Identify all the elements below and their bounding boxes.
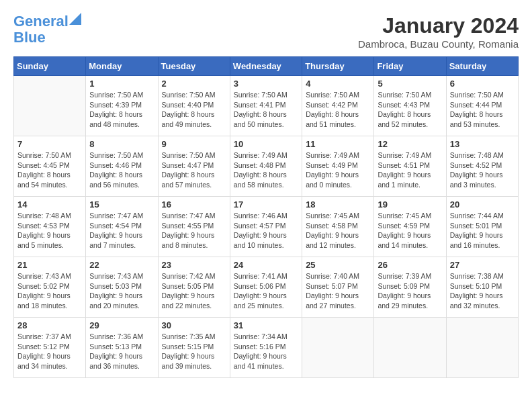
calendar-cell: 12Sunrise: 7:49 AMSunset: 4:51 PMDayligh… <box>374 136 446 197</box>
day-info: Sunrise: 7:49 AMSunset: 4:48 PMDaylight:… <box>234 150 298 190</box>
day-info: Sunrise: 7:41 AMSunset: 5:06 PMDaylight:… <box>234 271 298 311</box>
week-row-1: 1Sunrise: 7:50 AMSunset: 4:39 PMDaylight… <box>14 76 519 136</box>
day-info: Sunrise: 7:50 AMSunset: 4:42 PMDaylight:… <box>306 90 370 130</box>
day-info: Sunrise: 7:49 AMSunset: 4:49 PMDaylight:… <box>306 150 370 190</box>
calendar-header-thursday: Thursday <box>302 57 374 76</box>
day-number: 5 <box>378 79 442 89</box>
week-row-3: 14Sunrise: 7:48 AMSunset: 4:53 PMDayligh… <box>14 197 519 257</box>
day-info: Sunrise: 7:49 AMSunset: 4:51 PMDaylight:… <box>378 150 442 190</box>
logo-text-blue: Blue <box>13 30 46 46</box>
calendar-cell: 13Sunrise: 7:48 AMSunset: 4:52 PMDayligh… <box>446 136 518 197</box>
svg-marker-0 <box>69 13 81 25</box>
calendar-cell <box>302 318 374 378</box>
calendar-cell: 2Sunrise: 7:50 AMSunset: 4:40 PMDaylight… <box>158 76 230 136</box>
day-number: 12 <box>378 139 442 149</box>
logo-text: General <box>13 13 69 30</box>
logo-icon <box>69 13 81 25</box>
day-number: 26 <box>378 260 442 270</box>
day-info: Sunrise: 7:43 AMSunset: 5:02 PMDaylight:… <box>17 271 82 311</box>
calendar-header-monday: Monday <box>86 57 158 76</box>
day-info: Sunrise: 7:43 AMSunset: 5:03 PMDaylight:… <box>89 271 154 311</box>
day-info: Sunrise: 7:37 AMSunset: 5:12 PMDaylight:… <box>17 332 82 371</box>
calendar-cell: 4Sunrise: 7:50 AMSunset: 4:42 PMDaylight… <box>302 76 374 136</box>
day-info: Sunrise: 7:50 AMSunset: 4:43 PMDaylight:… <box>378 90 442 130</box>
calendar-cell: 23Sunrise: 7:42 AMSunset: 5:05 PMDayligh… <box>158 257 230 318</box>
day-info: Sunrise: 7:45 AMSunset: 4:58 PMDaylight:… <box>306 211 370 250</box>
day-info: Sunrise: 7:36 AMSunset: 5:13 PMDaylight:… <box>89 332 154 371</box>
day-info: Sunrise: 7:50 AMSunset: 4:46 PMDaylight:… <box>89 150 154 190</box>
calendar-cell: 14Sunrise: 7:48 AMSunset: 4:53 PMDayligh… <box>14 197 86 257</box>
day-info: Sunrise: 7:50 AMSunset: 4:44 PMDaylight:… <box>450 90 515 130</box>
calendar-cell: 11Sunrise: 7:49 AMSunset: 4:49 PMDayligh… <box>302 136 374 197</box>
day-number: 23 <box>162 260 226 270</box>
day-info: Sunrise: 7:44 AMSunset: 5:01 PMDaylight:… <box>450 211 515 250</box>
day-info: Sunrise: 7:42 AMSunset: 5:05 PMDaylight:… <box>162 271 226 311</box>
calendar-cell: 15Sunrise: 7:47 AMSunset: 4:54 PMDayligh… <box>86 197 158 257</box>
day-info: Sunrise: 7:50 AMSunset: 4:40 PMDaylight:… <box>162 90 226 130</box>
calendar-cell: 25Sunrise: 7:40 AMSunset: 5:07 PMDayligh… <box>302 257 374 318</box>
calendar-cell: 9Sunrise: 7:50 AMSunset: 4:47 PMDaylight… <box>158 136 230 197</box>
calendar-cell: 7Sunrise: 7:50 AMSunset: 4:45 PMDaylight… <box>14 136 86 197</box>
day-info: Sunrise: 7:48 AMSunset: 4:53 PMDaylight:… <box>17 211 82 250</box>
day-number: 9 <box>162 139 226 149</box>
day-number: 8 <box>89 139 154 149</box>
day-number: 27 <box>450 260 515 270</box>
day-number: 1 <box>89 79 154 89</box>
calendar-cell: 29Sunrise: 7:36 AMSunset: 5:13 PMDayligh… <box>86 318 158 378</box>
day-number: 14 <box>17 199 82 210</box>
day-number: 13 <box>450 139 515 149</box>
day-number: 18 <box>306 199 370 210</box>
day-number: 3 <box>234 79 298 89</box>
day-info: Sunrise: 7:35 AMSunset: 5:15 PMDaylight:… <box>162 332 226 371</box>
calendar-cell: 30Sunrise: 7:35 AMSunset: 5:15 PMDayligh… <box>158 318 230 378</box>
calendar-cell: 26Sunrise: 7:39 AMSunset: 5:09 PMDayligh… <box>374 257 446 318</box>
page-header: General Blue January 2024 Dambroca, Buza… <box>13 13 519 50</box>
calendar-cell: 3Sunrise: 7:50 AMSunset: 4:41 PMDaylight… <box>230 76 302 136</box>
day-info: Sunrise: 7:47 AMSunset: 4:55 PMDaylight:… <box>162 211 226 250</box>
day-info: Sunrise: 7:34 AMSunset: 5:16 PMDaylight:… <box>234 332 298 371</box>
day-number: 21 <box>17 260 82 270</box>
day-info: Sunrise: 7:40 AMSunset: 5:07 PMDaylight:… <box>306 271 370 311</box>
day-number: 7 <box>17 139 82 149</box>
calendar-cell: 17Sunrise: 7:46 AMSunset: 4:57 PMDayligh… <box>230 197 302 257</box>
calendar-cell: 28Sunrise: 7:37 AMSunset: 5:12 PMDayligh… <box>14 318 86 378</box>
day-number: 11 <box>306 139 370 149</box>
day-number: 24 <box>234 260 298 270</box>
day-number: 4 <box>306 79 370 89</box>
calendar-header-row: SundayMondayTuesdayWednesdayThursdayFrid… <box>14 57 519 76</box>
day-number: 19 <box>378 199 442 210</box>
week-row-4: 21Sunrise: 7:43 AMSunset: 5:02 PMDayligh… <box>14 257 519 318</box>
title-area: January 2024 Dambroca, Buzau County, Rom… <box>358 13 519 50</box>
calendar-cell: 20Sunrise: 7:44 AMSunset: 5:01 PMDayligh… <box>446 197 518 257</box>
day-info: Sunrise: 7:48 AMSunset: 4:52 PMDaylight:… <box>450 150 515 190</box>
calendar-cell: 16Sunrise: 7:47 AMSunset: 4:55 PMDayligh… <box>158 197 230 257</box>
day-info: Sunrise: 7:45 AMSunset: 4:59 PMDaylight:… <box>378 211 442 250</box>
calendar-cell: 27Sunrise: 7:38 AMSunset: 5:10 PMDayligh… <box>446 257 518 318</box>
calendar-cell: 8Sunrise: 7:50 AMSunset: 4:46 PMDaylight… <box>86 136 158 197</box>
calendar-cell <box>374 318 446 378</box>
calendar-cell <box>446 318 518 378</box>
calendar-header-tuesday: Tuesday <box>158 57 230 76</box>
calendar-header-wednesday: Wednesday <box>230 57 302 76</box>
day-number: 28 <box>17 320 82 330</box>
calendar-cell: 10Sunrise: 7:49 AMSunset: 4:48 PMDayligh… <box>230 136 302 197</box>
calendar-cell: 31Sunrise: 7:34 AMSunset: 5:16 PMDayligh… <box>230 318 302 378</box>
day-number: 20 <box>450 199 515 210</box>
day-number: 29 <box>89 320 154 330</box>
week-row-5: 28Sunrise: 7:37 AMSunset: 5:12 PMDayligh… <box>14 318 519 378</box>
day-info: Sunrise: 7:50 AMSunset: 4:39 PMDaylight:… <box>89 90 154 130</box>
day-info: Sunrise: 7:50 AMSunset: 4:41 PMDaylight:… <box>234 90 298 130</box>
day-number: 22 <box>89 260 154 270</box>
day-number: 10 <box>234 139 298 149</box>
day-number: 2 <box>162 79 226 89</box>
calendar-cell: 1Sunrise: 7:50 AMSunset: 4:39 PMDaylight… <box>86 76 158 136</box>
location: Dambroca, Buzau County, Romania <box>358 38 519 50</box>
day-number: 6 <box>450 79 515 89</box>
day-number: 25 <box>306 260 370 270</box>
day-number: 30 <box>162 320 226 330</box>
calendar-header-sunday: Sunday <box>14 57 86 76</box>
day-info: Sunrise: 7:50 AMSunset: 4:47 PMDaylight:… <box>162 150 226 190</box>
calendar-cell: 22Sunrise: 7:43 AMSunset: 5:03 PMDayligh… <box>86 257 158 318</box>
logo: General Blue <box>13 13 81 46</box>
day-number: 15 <box>89 199 154 210</box>
